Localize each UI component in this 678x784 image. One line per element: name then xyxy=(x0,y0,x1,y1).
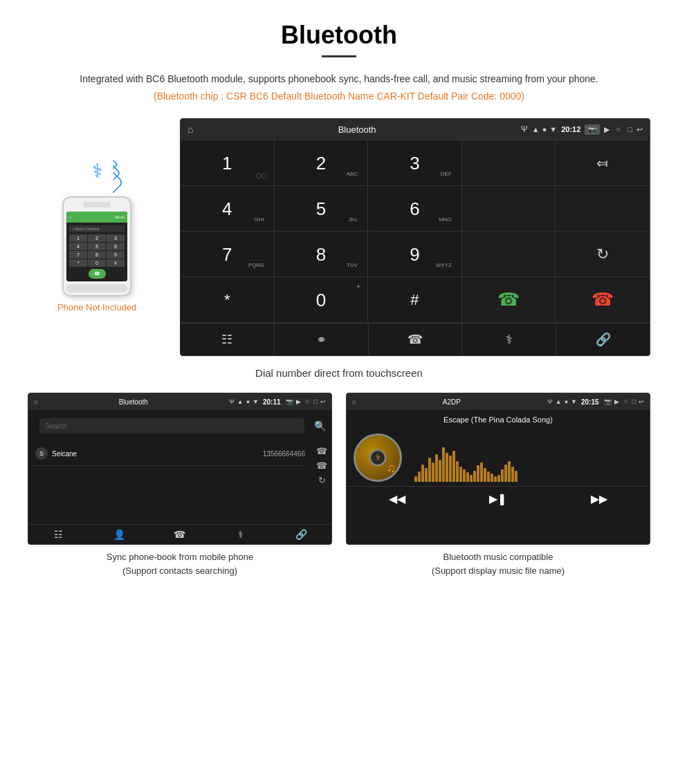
status-icons: ▲ ● ▼ xyxy=(532,125,557,133)
phone-add-contacts-label: + Add to Contacts xyxy=(69,225,125,232)
wave-icon-lg xyxy=(102,172,124,194)
dial-key-3[interactable]: 3 DEF xyxy=(368,140,462,186)
phone-key-3[interactable]: 3 xyxy=(107,234,125,242)
dial-key-8[interactable]: 8 TUV xyxy=(275,232,369,277)
eq-bar xyxy=(442,447,445,482)
dial-key-1[interactable]: 1 ◯◯ xyxy=(181,140,275,186)
play-pause-button[interactable]: ▶❚ xyxy=(489,492,506,505)
phone-key-7[interactable]: 7 xyxy=(69,251,87,259)
music-home-icon[interactable]: ⌂ xyxy=(352,398,356,405)
eq-bar xyxy=(508,461,511,482)
back-icon[interactable]: ↩ xyxy=(636,125,643,134)
pb-tab-phone[interactable]: ☎ xyxy=(149,529,210,540)
dial-call-red[interactable]: ☎ xyxy=(556,277,650,323)
music-wifi-icon: ▼ xyxy=(571,398,577,405)
pb-tab-contacts[interactable]: 👤 xyxy=(89,529,150,540)
album-inner: ⚕ xyxy=(369,449,386,466)
dial-caption: Dial number direct from touchscreen xyxy=(28,367,650,379)
tab-link[interactable]: 🔗 xyxy=(556,324,650,355)
tab-contacts[interactable]: ⚭ xyxy=(275,324,369,355)
phone-speaker xyxy=(83,202,111,207)
dial-key-2[interactable]: 2 ABC xyxy=(275,140,369,186)
pb-refresh-icon[interactable]: ↻ xyxy=(318,475,326,485)
music-usb-icon: Ψ xyxy=(547,398,553,405)
phonebook-screen: ⌂ Bluetooth Ψ ▲ ● ▼ 20:11 📷 ▶ ◾ □ ↩ Sea xyxy=(28,393,332,545)
camera-icon[interactable]: 📷 xyxy=(585,124,600,135)
pb-loc-icon: ● xyxy=(246,398,250,405)
empty-cell-1 xyxy=(462,186,556,232)
phone-not-included-label: Phone Not Included xyxy=(57,302,136,312)
phone-key-4[interactable]: 4 xyxy=(69,243,87,250)
music-back-icon[interactable]: ↩ xyxy=(639,398,644,405)
dial-backspace[interactable]: ⤆ xyxy=(556,140,650,186)
music-screen: ⌂ A2DP Ψ ▲ ● ▼ 20:15 📷 ▶ ◾ □ ↩ Escape (T… xyxy=(346,393,650,545)
eq-bar xyxy=(497,475,500,482)
phone-key-hash[interactable]: # xyxy=(107,259,125,267)
dial-key-5[interactable]: 5 JKL xyxy=(275,186,369,232)
tab-dialpad[interactable]: ☷ xyxy=(181,324,275,355)
phone-key-5[interactable]: 5 xyxy=(88,243,106,250)
tab-bluetooth[interactable]: ⚕ xyxy=(462,324,556,355)
dial-call-green[interactable]: ☎ xyxy=(462,277,556,323)
phone-call-button[interactable]: ☎ xyxy=(89,269,106,279)
wifi-icon: ▼ xyxy=(549,125,557,133)
pb-bt-icon: ▲ xyxy=(237,398,244,405)
phone-header-back: < xyxy=(69,215,72,219)
music-loc-icon: ● xyxy=(565,398,568,405)
app-title-label: Bluetooth xyxy=(197,124,516,135)
phone-home-button[interactable] xyxy=(66,284,127,292)
phone-key-1[interactable]: 1 xyxy=(69,234,87,242)
eq-bar xyxy=(494,476,497,482)
search-icon[interactable]: 🔍 xyxy=(314,420,326,431)
title-divider xyxy=(322,55,356,57)
contact-list: S Seicane 13566664466 xyxy=(28,442,312,489)
time-display: 20:12 xyxy=(561,125,580,133)
prev-track-button[interactable]: ◀◀ xyxy=(389,492,405,505)
next-track-button[interactable]: ▶▶ xyxy=(591,492,607,505)
eq-bar xyxy=(491,474,493,482)
dial-key-hash[interactable]: # xyxy=(368,277,462,323)
status-bar: ⌂ Bluetooth Ψ ▲ ● ▼ 20:12 📷 ▶ ◾ □ ↩ xyxy=(181,119,650,140)
phone-key-star[interactable]: * xyxy=(69,259,87,267)
pb-home-icon[interactable]: ⌂ xyxy=(34,398,37,405)
tab-phone[interactable]: ☎ xyxy=(369,324,463,355)
contact-row[interactable]: S Seicane 13566664466 xyxy=(33,442,308,466)
bottom-tab-bar: ☷ ⚭ ☎ ⚕ 🔗 xyxy=(181,323,650,355)
phone-key-8[interactable]: 8 xyxy=(88,251,106,259)
main-content: ⚕ < More + xyxy=(28,118,650,356)
eq-bar xyxy=(414,476,417,482)
dial-key-4[interactable]: 4 GHI xyxy=(181,186,275,232)
dial-key-0[interactable]: 0 + xyxy=(275,277,369,323)
dialpad-grid: 1 ◯◯ 2 ABC 3 DEF ⤆ xyxy=(181,140,650,323)
phone-key-0[interactable]: 0 xyxy=(88,259,106,267)
contact-phone: 13566664466 xyxy=(263,450,305,458)
dial-key-7[interactable]: 7 PQRS xyxy=(181,232,275,277)
page-title: Bluetooth xyxy=(28,21,650,50)
pb-phone-icon[interactable]: ☎ xyxy=(316,446,327,456)
dial-key-6[interactable]: 6 MNO xyxy=(368,186,462,232)
pb-time-display: 20:11 xyxy=(263,398,281,406)
search-bar[interactable]: Search xyxy=(39,418,304,433)
main-dialpad-screen: ⌂ Bluetooth Ψ ▲ ● ▼ 20:12 📷 ▶ ◾ □ ↩ xyxy=(180,118,650,356)
eq-bar xyxy=(452,451,455,482)
pb-phone2-icon[interactable]: ☎ xyxy=(316,460,327,471)
phonebook-statusbar: ⌂ Bluetooth Ψ ▲ ● ▼ 20:11 📷 ▶ ◾ □ ↩ xyxy=(28,393,331,410)
dial-refresh[interactable]: ↻ xyxy=(556,232,650,277)
empty-cell-3 xyxy=(462,232,556,277)
home-icon[interactable]: ⌂ xyxy=(187,124,193,135)
window-icon: □ xyxy=(627,125,632,133)
eq-bar xyxy=(421,465,424,482)
pb-back-icon[interactable]: ↩ xyxy=(320,398,326,405)
phone-key-2[interactable]: 2 xyxy=(88,234,106,242)
pb-tab-link[interactable]: 🔗 xyxy=(271,529,331,540)
dial-key-9[interactable]: 9 WXYZ xyxy=(368,232,462,277)
eq-bar xyxy=(470,475,473,482)
music-vol-icon: ▶ xyxy=(614,398,619,405)
phone-key-6[interactable]: 6 xyxy=(107,243,125,250)
pb-tab-dialpad[interactable]: ☷ xyxy=(28,529,89,540)
pb-tab-bt[interactable]: ⚕ xyxy=(210,529,271,540)
phone-key-9[interactable]: 9 xyxy=(107,251,125,259)
dial-key-star[interactable]: * xyxy=(181,277,275,323)
pb-vol-icon: ▶ xyxy=(296,398,301,405)
pb-camera-icon: 📷 xyxy=(286,398,293,405)
